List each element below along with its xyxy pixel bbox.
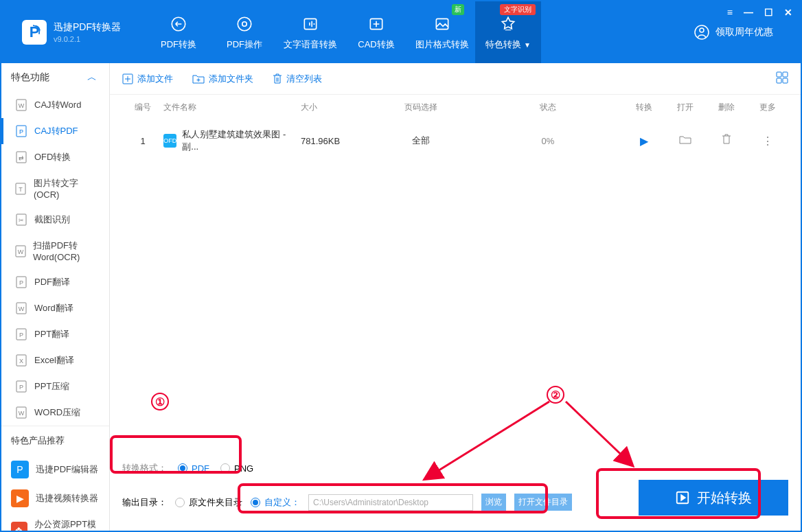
file-name: 私人别墅建筑建筑效果图 - 副... <box>182 128 301 153</box>
doc-icon: W <box>15 406 27 419</box>
page-select[interactable]: 全部 <box>369 135 472 147</box>
minimize-button[interactable]: — <box>744 7 753 18</box>
tab-pdf-ops[interactable]: PDF操作 <box>211 1 277 63</box>
svg-text:P: P <box>19 384 23 391</box>
sidebar-item[interactable]: W扫描PDF转Word(OCR) <box>1 233 109 269</box>
image-icon <box>432 14 452 34</box>
sidebar-item[interactable]: PPPT压缩 <box>1 373 109 400</box>
format-png-radio[interactable]: PNG <box>220 463 253 474</box>
sidebar-item[interactable]: T图片转文字(OCR) <box>1 170 109 207</box>
tab-special[interactable]: 文字识别 特色转换▼ <box>475 1 541 63</box>
app-logo-icon: P <box>22 20 47 45</box>
doc-icon: X <box>15 354 27 367</box>
svg-point-2 <box>242 22 247 27</box>
app-title: 迅捷PDF转换器 <box>54 21 121 34</box>
app-version: v9.0.2.1 <box>54 35 121 43</box>
browse-button[interactable]: 浏览 <box>481 494 506 511</box>
ofd-file-icon: OFD <box>163 134 176 148</box>
tab-tts[interactable]: 文字语音转换 <box>277 1 343 63</box>
sidebar-item[interactable]: WCAJ转Word <box>1 92 109 118</box>
star-icon <box>498 14 518 34</box>
chevron-up-icon: ︿ <box>87 71 97 84</box>
svg-text:⇄: ⇄ <box>19 154 24 161</box>
open-button[interactable] <box>679 135 691 146</box>
new-badge: 新 <box>452 4 464 15</box>
sidebar-item[interactable]: PPDF翻译 <box>1 269 109 295</box>
app-icon: ▶ <box>11 489 29 507</box>
svg-rect-35 <box>777 78 781 83</box>
window-controls: ≡ — ☐ ✕ <box>727 7 792 18</box>
reco-item[interactable]: ▶迅捷视频转换器 <box>1 484 109 513</box>
more-button[interactable]: ⋮ <box>762 135 773 147</box>
app-header: P 迅捷PDF转换器 v9.0.2.1 PDF转换 PDF操作 文字语音转换 C… <box>1 1 801 63</box>
plus-folder-icon <box>192 73 205 84</box>
svg-rect-34 <box>783 72 788 77</box>
sidebar-header[interactable]: 特色功能 ︿ <box>1 63 109 92</box>
svg-point-7 <box>700 28 704 32</box>
output-custom-radio[interactable]: 自定义： <box>251 496 300 509</box>
svg-text:P: P <box>19 279 23 286</box>
trash-icon <box>273 73 282 84</box>
top-tabs: PDF转换 PDF操作 文字语音转换 CAD转换 新 图片格式转换 文字识别 特… <box>146 1 541 63</box>
doc-icon: P <box>15 380 27 393</box>
doc-icon: W <box>15 99 27 111</box>
doc-icon: P <box>15 328 27 340</box>
delete-button[interactable] <box>722 135 731 147</box>
svg-text:W: W <box>19 410 25 417</box>
doc-icon: W <box>15 245 26 257</box>
sidebar-item[interactable]: PCAJ转PDF <box>1 118 109 144</box>
start-convert-button[interactable]: 开始转换 <box>639 480 788 516</box>
svg-point-1 <box>238 17 251 31</box>
reco-item[interactable]: P迅捷PDF编辑器 <box>1 455 109 484</box>
view-toggle-button[interactable] <box>776 71 788 86</box>
clear-list-button[interactable]: 清空列表 <box>273 73 322 85</box>
bottom-panel: 转换格式： PDF PNG 输出目录： 原文件夹目录 自定义： 浏览 打开文件目… <box>110 400 801 531</box>
svg-text:W: W <box>19 305 25 312</box>
sidebar-item[interactable]: WWORD压缩 <box>1 400 109 426</box>
table-row[interactable]: 1 OFD 私人别墅建筑建筑效果图 - 副... 781.96KB 全部 0% … <box>110 120 801 161</box>
svg-text:✂: ✂ <box>19 217 24 224</box>
convert-button[interactable]: ▶ <box>640 135 648 147</box>
close-button[interactable]: ✕ <box>784 7 792 18</box>
add-file-button[interactable]: 添加文件 <box>122 73 173 85</box>
play-box-icon <box>675 490 690 505</box>
recycle-icon <box>168 14 189 34</box>
svg-text:X: X <box>19 358 23 365</box>
output-original-radio[interactable]: 原文件夹目录 <box>175 496 242 509</box>
audio-icon <box>300 14 321 34</box>
sidebar-item[interactable]: XExcel翻译 <box>1 347 109 373</box>
sidebar-item[interactable]: ⇄OFD转换 <box>1 144 109 170</box>
svg-rect-5 <box>436 19 448 29</box>
maximize-button[interactable]: ☐ <box>764 7 773 18</box>
grid-icon <box>776 71 788 84</box>
doc-icon: ✂ <box>15 213 27 226</box>
cad-icon <box>366 14 387 34</box>
promo-link[interactable]: 领取周年优惠 <box>694 24 801 41</box>
format-row: 转换格式： PDF PNG <box>122 462 788 474</box>
add-folder-button[interactable]: 添加文件夹 <box>192 73 253 85</box>
reco-item[interactable]: ❖办公资源PPT模板 <box>1 513 109 532</box>
svg-text:T: T <box>19 186 23 193</box>
svg-rect-33 <box>777 72 781 77</box>
sidebar: 特色功能 ︿ WCAJ转WordPCAJ转PDF⇄OFD转换T图片转文字(OCR… <box>1 63 110 531</box>
table-header: 编号 文件名称 大小 页码选择 状态 转换 打开 删除 更多 <box>110 95 801 120</box>
content-area: 添加文件 添加文件夹 清空列表 编号 文件名称 大小 页码选择 状态 转换 打开… <box>110 63 801 531</box>
svg-text:P: P <box>19 128 23 135</box>
doc-icon: ⇄ <box>15 151 27 163</box>
sidebar-item[interactable]: WWord翻译 <box>1 295 109 321</box>
doc-icon: P <box>15 125 27 137</box>
ocr-badge: 文字识别 <box>500 4 536 15</box>
chevron-down-icon: ▼ <box>524 41 531 49</box>
output-path-input[interactable] <box>308 494 473 511</box>
menu-icon[interactable]: ≡ <box>727 7 733 18</box>
progress-label: 0% <box>472 136 623 146</box>
tab-image-format[interactable]: 新 图片格式转换 <box>409 1 475 63</box>
sidebar-reco-header: 特色产品推荐 <box>1 426 109 455</box>
tab-cad[interactable]: CAD转换 <box>343 1 409 63</box>
open-dir-button[interactable]: 打开文件目录 <box>514 494 572 511</box>
format-pdf-radio[interactable]: PDF <box>178 463 209 474</box>
file-toolbar: 添加文件 添加文件夹 清空列表 <box>110 63 801 95</box>
tab-pdf-convert[interactable]: PDF转换 <box>146 1 211 63</box>
sidebar-item[interactable]: PPPT翻译 <box>1 321 109 347</box>
sidebar-item[interactable]: ✂截图识别 <box>1 207 109 233</box>
